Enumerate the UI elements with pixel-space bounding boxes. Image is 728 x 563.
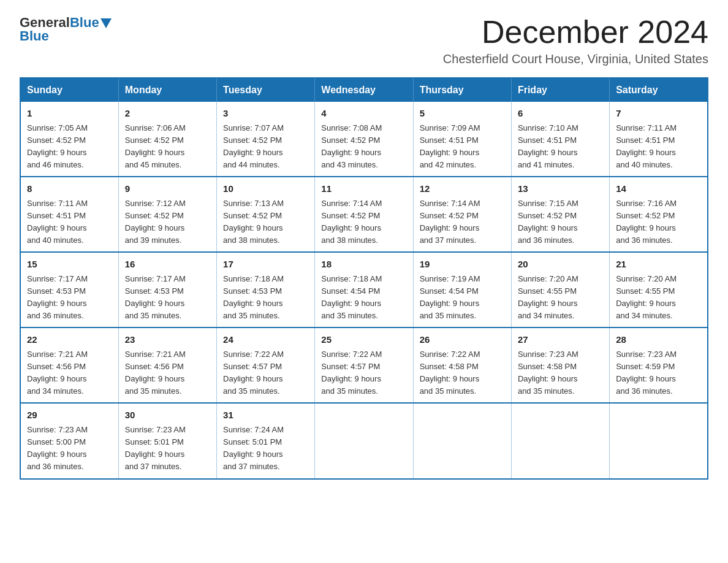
day-info: Sunrise: 7:19 AMSunset: 4:54 PMDaylight:… (420, 274, 480, 320)
weekday-header-row: SundayMondayTuesdayWednesdayThursdayFrid… (20, 78, 708, 102)
calendar-week-row: 15Sunrise: 7:17 AMSunset: 4:53 PMDayligh… (20, 252, 708, 327)
calendar-cell: 29Sunrise: 7:23 AMSunset: 5:00 PMDayligh… (20, 403, 118, 478)
calendar-cell: 1Sunrise: 7:05 AMSunset: 4:52 PMDaylight… (20, 102, 118, 177)
day-info: Sunrise: 7:14 AMSunset: 4:52 PMDaylight:… (420, 199, 480, 245)
day-info: Sunrise: 7:22 AMSunset: 4:57 PMDaylight:… (223, 350, 284, 396)
calendar-cell (610, 403, 708, 478)
day-info: Sunrise: 7:22 AMSunset: 4:58 PMDaylight:… (420, 350, 480, 396)
day-number: 15 (27, 258, 112, 272)
weekday-header-friday: Friday (511, 78, 609, 102)
day-number: 11 (321, 182, 406, 196)
day-info: Sunrise: 7:24 AMSunset: 5:01 PMDaylight:… (223, 425, 284, 471)
calendar-week-row: 1Sunrise: 7:05 AMSunset: 4:52 PMDaylight… (20, 102, 708, 177)
calendar-cell: 25Sunrise: 7:22 AMSunset: 4:57 PMDayligh… (315, 327, 413, 403)
day-number: 21 (616, 258, 701, 272)
calendar-cell: 15Sunrise: 7:17 AMSunset: 4:53 PMDayligh… (20, 252, 118, 327)
day-number: 23 (125, 333, 210, 347)
calendar-cell: 3Sunrise: 7:07 AMSunset: 4:52 PMDaylight… (217, 102, 315, 177)
header: General Blue Blue December 2024 Chesterf… (20, 15, 708, 66)
day-number: 24 (223, 333, 308, 347)
day-info: Sunrise: 7:06 AMSunset: 4:52 PMDaylight:… (125, 123, 186, 169)
calendar-cell: 27Sunrise: 7:23 AMSunset: 4:58 PMDayligh… (511, 327, 609, 403)
day-number: 2 (125, 107, 210, 121)
day-info: Sunrise: 7:21 AMSunset: 4:56 PMDaylight:… (27, 350, 88, 396)
day-info: Sunrise: 7:23 AMSunset: 5:01 PMDaylight:… (125, 425, 186, 471)
weekday-header-thursday: Thursday (413, 78, 511, 102)
day-number: 31 (223, 408, 308, 423)
day-info: Sunrise: 7:11 AMSunset: 4:51 PMDaylight:… (27, 199, 88, 245)
calendar-cell: 9Sunrise: 7:12 AMSunset: 4:52 PMDaylight… (118, 177, 216, 252)
day-info: Sunrise: 7:20 AMSunset: 4:55 PMDaylight:… (616, 274, 677, 320)
calendar-cell: 7Sunrise: 7:11 AMSunset: 4:51 PMDaylight… (610, 102, 708, 177)
day-info: Sunrise: 7:23 AMSunset: 5:00 PMDaylight:… (27, 425, 88, 471)
logo-blue-text: Blue (70, 15, 99, 31)
calendar-cell (511, 403, 609, 478)
day-info: Sunrise: 7:11 AMSunset: 4:51 PMDaylight:… (616, 123, 677, 169)
calendar-cell: 31Sunrise: 7:24 AMSunset: 5:01 PMDayligh… (217, 403, 315, 478)
calendar-week-row: 29Sunrise: 7:23 AMSunset: 5:00 PMDayligh… (20, 403, 708, 478)
calendar-cell: 24Sunrise: 7:22 AMSunset: 4:57 PMDayligh… (217, 327, 315, 403)
day-info: Sunrise: 7:23 AMSunset: 4:59 PMDaylight:… (616, 350, 677, 396)
day-info: Sunrise: 7:18 AMSunset: 4:53 PMDaylight:… (223, 274, 284, 320)
month-title: December 2024 (443, 15, 708, 50)
day-number: 26 (420, 333, 505, 347)
calendar-cell: 14Sunrise: 7:16 AMSunset: 4:52 PMDayligh… (610, 177, 708, 252)
calendar-cell (413, 403, 511, 478)
logo-blue-container: Blue (70, 15, 112, 31)
day-info: Sunrise: 7:23 AMSunset: 4:58 PMDaylight:… (518, 350, 578, 396)
day-info: Sunrise: 7:05 AMSunset: 4:52 PMDaylight:… (27, 123, 88, 169)
day-number: 16 (125, 258, 210, 272)
day-info: Sunrise: 7:20 AMSunset: 4:55 PMDaylight:… (518, 274, 578, 320)
weekday-header-saturday: Saturday (610, 78, 708, 102)
calendar-cell: 5Sunrise: 7:09 AMSunset: 4:51 PMDaylight… (413, 102, 511, 177)
calendar-cell: 10Sunrise: 7:13 AMSunset: 4:52 PMDayligh… (217, 177, 315, 252)
day-info: Sunrise: 7:16 AMSunset: 4:52 PMDaylight:… (616, 199, 677, 245)
calendar-cell: 26Sunrise: 7:22 AMSunset: 4:58 PMDayligh… (413, 327, 511, 403)
day-number: 20 (518, 258, 603, 272)
day-number: 6 (518, 107, 603, 121)
day-number: 3 (223, 107, 308, 121)
calendar-cell: 19Sunrise: 7:19 AMSunset: 4:54 PMDayligh… (413, 252, 511, 327)
day-number: 1 (27, 107, 112, 121)
day-number: 8 (27, 182, 112, 196)
day-number: 27 (518, 333, 603, 347)
calendar-cell: 17Sunrise: 7:18 AMSunset: 4:53 PMDayligh… (217, 252, 315, 327)
calendar-cell: 21Sunrise: 7:20 AMSunset: 4:55 PMDayligh… (610, 252, 708, 327)
logo: General Blue Blue (20, 15, 112, 44)
logo-line2-text: Blue (20, 28, 49, 44)
calendar-cell: 18Sunrise: 7:18 AMSunset: 4:54 PMDayligh… (315, 252, 413, 327)
day-number: 30 (125, 408, 210, 423)
day-info: Sunrise: 7:13 AMSunset: 4:52 PMDaylight:… (223, 199, 284, 245)
day-info: Sunrise: 7:09 AMSunset: 4:51 PMDaylight:… (420, 123, 480, 169)
calendar-cell: 20Sunrise: 7:20 AMSunset: 4:55 PMDayligh… (511, 252, 609, 327)
day-info: Sunrise: 7:15 AMSunset: 4:52 PMDaylight:… (518, 199, 578, 245)
day-info: Sunrise: 7:18 AMSunset: 4:54 PMDaylight:… (321, 274, 382, 320)
logo-triangle-icon (100, 18, 112, 28)
day-info: Sunrise: 7:10 AMSunset: 4:51 PMDaylight:… (518, 123, 578, 169)
day-info: Sunrise: 7:12 AMSunset: 4:52 PMDaylight:… (125, 199, 186, 245)
day-info: Sunrise: 7:14 AMSunset: 4:52 PMDaylight:… (321, 199, 382, 245)
calendar-cell: 28Sunrise: 7:23 AMSunset: 4:59 PMDayligh… (610, 327, 708, 403)
weekday-header-tuesday: Tuesday (217, 78, 315, 102)
weekday-header-monday: Monday (118, 78, 216, 102)
calendar-cell: 16Sunrise: 7:17 AMSunset: 4:53 PMDayligh… (118, 252, 216, 327)
day-number: 29 (27, 408, 112, 423)
calendar-cell: 12Sunrise: 7:14 AMSunset: 4:52 PMDayligh… (413, 177, 511, 252)
calendar-cell: 2Sunrise: 7:06 AMSunset: 4:52 PMDaylight… (118, 102, 216, 177)
calendar-cell: 22Sunrise: 7:21 AMSunset: 4:56 PMDayligh… (20, 327, 118, 403)
day-number: 25 (321, 333, 406, 347)
day-number: 5 (420, 107, 505, 121)
calendar-cell: 30Sunrise: 7:23 AMSunset: 5:01 PMDayligh… (118, 403, 216, 478)
location-title: Chesterfield Court House, Virginia, Unit… (443, 52, 708, 66)
calendar-week-row: 8Sunrise: 7:11 AMSunset: 4:51 PMDaylight… (20, 177, 708, 252)
calendar-cell: 4Sunrise: 7:08 AMSunset: 4:52 PMDaylight… (315, 102, 413, 177)
calendar-table: SundayMondayTuesdayWednesdayThursdayFrid… (20, 77, 708, 479)
day-info: Sunrise: 7:17 AMSunset: 4:53 PMDaylight:… (125, 274, 186, 320)
day-number: 28 (616, 333, 701, 347)
calendar-cell (315, 403, 413, 478)
day-number: 13 (518, 182, 603, 196)
day-number: 7 (616, 107, 701, 121)
day-number: 19 (420, 258, 505, 272)
day-number: 12 (420, 182, 505, 196)
calendar-cell: 11Sunrise: 7:14 AMSunset: 4:52 PMDayligh… (315, 177, 413, 252)
